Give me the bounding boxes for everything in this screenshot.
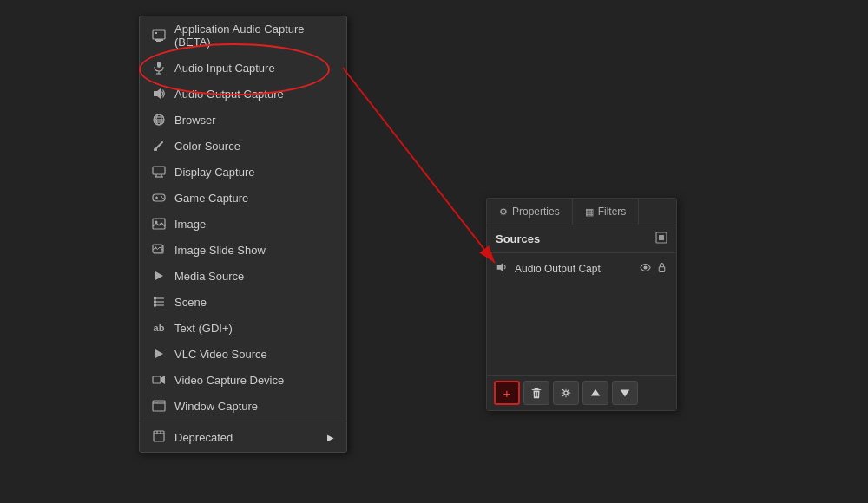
move-up-button[interactable] — [582, 381, 608, 405]
image-icon — [152, 217, 166, 231]
svg-line-48 — [343, 68, 495, 263]
svg-marker-60 — [621, 390, 630, 397]
browser-icon — [152, 113, 166, 127]
menu-item-vlc-video[interactable]: VLC Video Source — [140, 341, 346, 367]
display-capture-icon — [152, 165, 166, 179]
tab-properties[interactable]: ⚙ Properties — [487, 199, 573, 225]
svg-rect-2 — [156, 41, 161, 42]
source-settings-button[interactable] — [553, 381, 579, 405]
svg-marker-29 — [155, 271, 163, 280]
app-audio-icon — [152, 29, 166, 42]
menu-item-game-capture-label: Game Capture — [174, 192, 248, 205]
sources-header: Sources — [487, 225, 676, 253]
video-capture-icon — [152, 373, 166, 387]
menu-item-app-audio-label: Application Audio Capture (BETA) — [174, 23, 334, 49]
svg-point-52 — [643, 265, 647, 269]
add-icon: + — [503, 386, 511, 401]
menu-item-video-capture-label: Video Capture Device — [174, 374, 284, 387]
menu-item-scene[interactable]: Scene — [140, 289, 346, 315]
menu-item-scene-label: Scene — [174, 296, 207, 309]
svg-rect-54 — [534, 388, 538, 389]
source-visible-icon[interactable] — [640, 262, 651, 276]
menu-item-deprecated[interactable]: Deprecated ▶ — [140, 423, 346, 452]
move-down-button[interactable] — [612, 381, 638, 405]
sources-toolbar: + — [487, 375, 676, 410]
svg-point-23 — [162, 198, 164, 199]
menu-item-browser[interactable]: Browser — [140, 107, 346, 133]
svg-rect-1 — [155, 39, 163, 41]
menu-item-audio-output[interactable]: Audio Output Capture — [140, 81, 346, 107]
deprecated-icon — [152, 429, 166, 446]
svg-rect-53 — [659, 266, 665, 271]
sources-list: Audio Output Capt — [487, 253, 676, 375]
expand-icon[interactable] — [655, 232, 667, 246]
source-speaker-icon — [496, 261, 508, 276]
menu-item-color-source[interactable]: Color Source — [140, 133, 346, 159]
svg-rect-0 — [153, 30, 165, 39]
svg-rect-43 — [154, 431, 164, 441]
tab-filters-label: Filters — [598, 206, 627, 218]
svg-marker-59 — [591, 389, 601, 396]
context-menu: Application Audio Capture (BETA) Audio I… — [139, 16, 347, 453]
menu-item-image-label: Image — [174, 218, 206, 231]
delete-source-button[interactable] — [523, 381, 549, 405]
add-source-button[interactable]: + — [494, 381, 520, 405]
submenu-arrow-icon: ▶ — [327, 433, 334, 442]
svg-point-22 — [161, 196, 162, 198]
window-capture-icon — [152, 399, 166, 413]
menu-item-image-slideshow[interactable]: Image Slide Show — [140, 237, 346, 263]
source-lock-icon[interactable] — [656, 262, 667, 276]
menu-item-browser-label: Browser — [174, 114, 216, 127]
menu-item-window-capture-label: Window Capture — [174, 400, 258, 413]
image-slideshow-icon — [152, 243, 166, 257]
menu-item-window-capture[interactable]: Window Capture — [140, 393, 346, 419]
source-name: Audio Output Capt — [515, 263, 633, 275]
svg-marker-51 — [497, 263, 503, 272]
menu-divider — [140, 421, 346, 421]
menu-item-color-source-label: Color Source — [174, 140, 240, 153]
svg-marker-7 — [154, 88, 161, 99]
filters-icon: ▦ — [585, 206, 594, 218]
svg-rect-24 — [153, 219, 165, 229]
svg-rect-14 — [154, 148, 157, 151]
mic-icon — [152, 61, 166, 75]
panel-tabs: ⚙ Properties ▦ Filters — [487, 199, 676, 225]
media-source-icon — [152, 269, 166, 283]
menu-item-image[interactable]: Image — [140, 211, 346, 237]
menu-item-image-slideshow-label: Image Slide Show — [174, 244, 266, 257]
menu-item-text-gdi[interactable]: ab Text (GDI+) — [140, 315, 346, 341]
tab-filters[interactable]: ▦ Filters — [573, 199, 640, 225]
menu-item-media-source-label: Media Source — [174, 270, 244, 283]
svg-rect-3 — [155, 32, 157, 34]
speaker-icon — [152, 87, 166, 101]
svg-rect-19 — [153, 194, 165, 201]
menu-item-display-capture[interactable]: Display Capture — [140, 159, 346, 185]
menu-item-deprecated-label: Deprecated — [174, 431, 233, 444]
source-row[interactable]: Audio Output Capt — [487, 257, 676, 280]
menu-item-media-source[interactable]: Media Source — [140, 263, 346, 289]
svg-rect-42 — [157, 402, 159, 403]
svg-rect-33 — [154, 297, 156, 300]
svg-rect-15 — [153, 167, 165, 174]
sources-panel: ⚙ Properties ▦ Filters Sources Audio Out… — [486, 198, 677, 411]
menu-item-app-audio[interactable]: Application Audio Capture (BETA) — [140, 16, 346, 55]
svg-marker-38 — [161, 376, 165, 384]
sources-title: Sources — [496, 232, 540, 245]
svg-line-13 — [155, 142, 162, 149]
svg-rect-35 — [154, 304, 156, 307]
svg-rect-41 — [155, 402, 156, 403]
menu-item-video-capture[interactable]: Video Capture Device — [140, 367, 346, 393]
tab-properties-label: Properties — [512, 206, 560, 218]
menu-item-game-capture[interactable]: Game Capture — [140, 185, 346, 211]
svg-rect-4 — [157, 62, 161, 68]
color-source-icon — [152, 139, 166, 153]
source-actions — [640, 262, 667, 276]
svg-rect-55 — [532, 389, 542, 390]
menu-item-audio-input[interactable]: Audio Input Capture — [140, 55, 346, 81]
vlc-video-icon — [152, 347, 166, 361]
svg-point-58 — [564, 391, 568, 395]
menu-item-vlc-video-label: VLC Video Source — [174, 348, 267, 361]
menu-item-audio-output-label: Audio Output Capture — [174, 88, 284, 101]
scene-icon — [152, 295, 166, 309]
svg-rect-50 — [659, 235, 664, 240]
